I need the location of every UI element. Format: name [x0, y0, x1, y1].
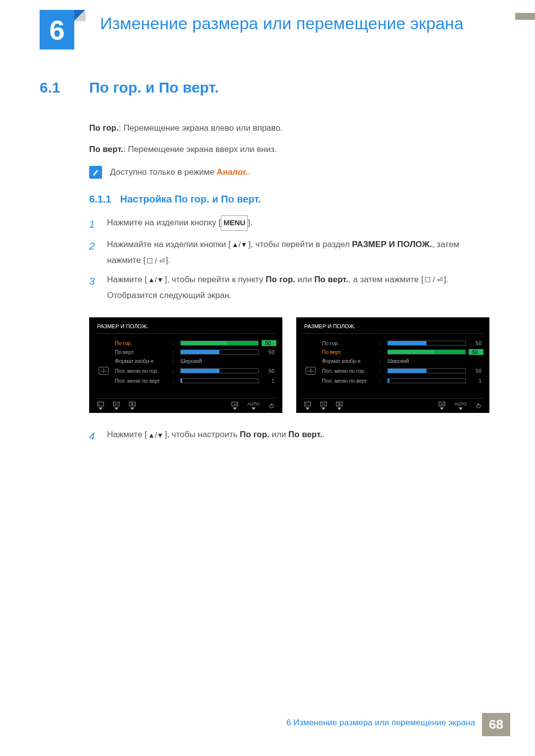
- osd-title: РАЗМЕР И ПОЛОЖ.: [302, 322, 483, 334]
- arrow-keys-icon: ▲/▼: [231, 238, 249, 252]
- subsection-title: Настройка По гор. и По верт.: [120, 194, 261, 205]
- slider-bar: [387, 350, 466, 354]
- slider-bar: [180, 341, 259, 346]
- note-icon: [89, 166, 102, 179]
- osd-row-v: По верт. : 50: [302, 348, 483, 356]
- term-h: По гор.: [89, 123, 119, 133]
- step-3: 3 Нажмите [▲/▼], чтобы перейти к пункту …: [89, 272, 490, 304]
- osd-row-format: Формат изобр-я : Широкий: [95, 356, 276, 365]
- size-position-icon: [306, 367, 316, 375]
- slider-bar: [387, 368, 466, 373]
- slider-bar: [180, 350, 259, 354]
- minus-icon: [113, 402, 120, 410]
- term-v: По верт.: [89, 145, 123, 154]
- arrow-keys-icon: ▲/▼: [147, 429, 165, 442]
- menu-target: РАЗМЕР И ПОЛОЖ.: [352, 240, 432, 249]
- enter-keys-icon: ☐ / ⏎: [146, 254, 166, 268]
- auto-label: AUTO: [247, 402, 260, 410]
- osd-row-h: По гор. : 50: [95, 339, 276, 348]
- chapter-header: 6 Изменение размера или перемещение экра…: [40, 10, 490, 50]
- page-footer: 6 Изменение размера или перемещение экра…: [279, 713, 510, 736]
- osd-row-menu-v: Пол. меню по верт : 1: [95, 376, 276, 385]
- osd-row-v: По верт. : 50: [95, 348, 276, 356]
- mode-name: Аналог.: [216, 167, 248, 177]
- enter-icon: [438, 402, 445, 410]
- auto-label: AUTO: [454, 402, 467, 410]
- chapter-badge: 6: [40, 10, 85, 50]
- plus-icon: [336, 402, 343, 410]
- svg-rect-15: [439, 402, 445, 406]
- svg-rect-6: [232, 402, 238, 406]
- footer-chapter-title: 6 Изменение размера или перемещение экра…: [279, 713, 482, 736]
- chapter-title: Изменение размера или перемещение экрана: [100, 10, 464, 34]
- step-list: 1 Нажмите на изделии кнопку [MENU]. 2 На…: [89, 215, 490, 303]
- enter-icon: [231, 402, 238, 410]
- power-icon: [476, 403, 482, 409]
- slider-bar: [387, 341, 466, 346]
- minus-icon: [320, 402, 327, 410]
- chapter-number: 6: [40, 10, 74, 50]
- osd-panel-left: РАЗМЕР И ПОЛОЖ. По гор. : 50 По верт. : …: [89, 317, 282, 413]
- section-number: 6.1: [40, 79, 74, 96]
- subsection-heading: 6.1.1 Настройка По гор. и По верт.: [89, 194, 490, 205]
- slider-bar: [387, 378, 466, 383]
- paragraph-h: По гор.: Перемещение экрана влево или вп…: [89, 121, 490, 136]
- slider-bar: [180, 368, 259, 373]
- osd-title: РАЗМЕР И ПОЛОЖ.: [95, 322, 276, 334]
- step-2: 2 Нажимайте на изделии кнопки [▲/▼], что…: [89, 237, 490, 269]
- power-icon: [268, 403, 274, 409]
- enter-keys-icon: ☐ / ⏎: [424, 273, 444, 287]
- page-number: 68: [482, 713, 510, 736]
- note-row: Доступно только в режиме Аналог..: [89, 166, 490, 179]
- slider-bar: [180, 378, 259, 383]
- subsection-number: 6.1.1: [89, 194, 111, 205]
- page-fold-decoration: [74, 10, 85, 50]
- osd-screenshots: РАЗМЕР И ПОЛОЖ. По гор. : 50 По верт. : …: [89, 317, 490, 413]
- section-heading: 6.1 По гор. и По верт.: [40, 79, 490, 96]
- menu-key: MENU: [221, 215, 248, 231]
- osd-row-menu-v: Пол. меню по верт : 1: [302, 376, 483, 385]
- osd-panel-right: РАЗМЕР И ПОЛОЖ. По гор. : 50 По верт. : …: [296, 317, 489, 413]
- plus-icon: [129, 402, 136, 410]
- osd-row-menu-h: Пол. меню по гор. : 50: [302, 365, 483, 376]
- back-icon: [304, 402, 311, 410]
- osd-controls: AUTO: [302, 398, 483, 410]
- osd-row-h: По гор. : 50: [302, 339, 483, 348]
- step-list-continued: 4 Нажмите [▲/▼], чтобы настроить По гор.…: [89, 427, 490, 446]
- note-text: Доступно только в режиме Аналог..: [110, 167, 250, 177]
- step-1: 1 Нажмите на изделии кнопку [MENU].: [89, 215, 490, 234]
- osd-row-format: Формат изобр-я : Широкий: [302, 356, 483, 365]
- document-page: 6 Изменение размера или перемещение экра…: [0, 0, 535, 446]
- step-4: 4 Нажмите [▲/▼], чтобы настроить По гор.…: [89, 427, 490, 446]
- size-position-icon: [99, 367, 108, 375]
- osd-controls: AUTO: [95, 398, 276, 410]
- paragraph-v: По верт.: Перемещение экрана вверх или в…: [89, 142, 490, 157]
- section-title: По гор. и По верт.: [89, 79, 219, 96]
- osd-row-menu-h: Пол. меню по гор. : 50: [95, 365, 276, 376]
- arrow-keys-icon: ▲/▼: [147, 273, 165, 287]
- back-icon: [97, 402, 104, 410]
